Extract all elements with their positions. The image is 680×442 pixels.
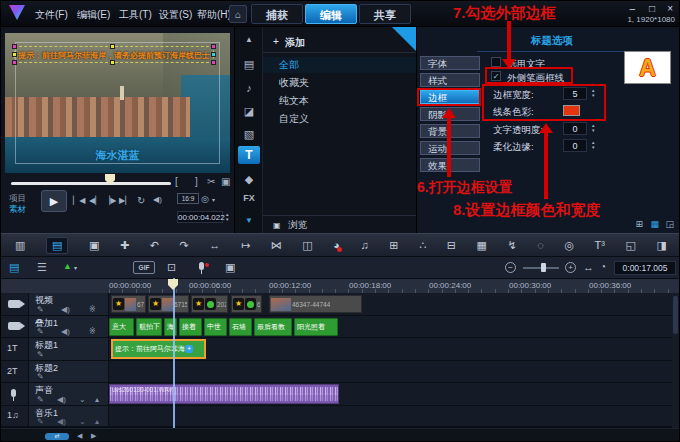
clock-icon[interactable]: ◔ xyxy=(600,262,606,272)
go-start-icon[interactable]: ▏◀ xyxy=(73,196,85,205)
add-track-caret-icon[interactable]: ▾ xyxy=(74,265,77,271)
overlay-clip[interactable]: 接着 xyxy=(179,318,202,336)
tab-capture[interactable]: 捕获 xyxy=(251,4,303,24)
track-voice-lane[interactable]: uvs260130-001.WAV xyxy=(109,383,680,405)
ripple-icon[interactable]: ※ xyxy=(89,327,96,336)
add-title-label[interactable]: 添加 xyxy=(285,36,305,50)
handle-right[interactable] xyxy=(211,52,216,57)
mix-tools-icon[interactable]: ✚ xyxy=(120,240,129,251)
timeline-view-icon[interactable]: ▤ xyxy=(46,237,68,254)
fit-timeline-icon[interactable]: ↔ xyxy=(583,262,594,273)
voiceover-mic-icon[interactable] xyxy=(199,262,204,270)
fade-out-icon[interactable]: ▴ xyxy=(95,395,99,404)
category-favorites[interactable]: 收藏夹 xyxy=(263,75,417,91)
handle-bl[interactable] xyxy=(12,60,17,65)
scroll-right-icon[interactable]: ▶ xyxy=(91,432,96,440)
pencil-icon[interactable]: ✎ xyxy=(37,395,44,404)
timecode-spinner[interactable]: ▲ ▼ xyxy=(225,212,229,223)
pan-zoom-icon[interactable]: ◨ xyxy=(657,240,667,251)
soft-edge-value[interactable]: 0 xyxy=(563,139,587,152)
duration-timecode[interactable]: 0:00:17.005 xyxy=(614,261,676,275)
video-clip[interactable]: ★202 xyxy=(191,295,228,313)
soft-edge-spinner[interactable]: ▲ ▼ xyxy=(591,140,595,151)
scrollbar-thumb[interactable] xyxy=(673,296,678,334)
track-music1-lane[interactable] xyxy=(109,406,680,426)
media-library-icon[interactable]: ▤ xyxy=(235,58,263,71)
undo-icon[interactable]: ↶ xyxy=(150,240,159,251)
mask-creator-icon[interactable]: ◌ xyxy=(537,240,544,251)
maximize-icon[interactable]: □ xyxy=(649,3,655,14)
overlay-clip[interactable]: 中世 xyxy=(204,318,227,336)
next-frame-icon[interactable]: ▕▶ xyxy=(104,196,116,205)
handle-top[interactable] xyxy=(110,44,115,49)
tab-share[interactable]: 共享 xyxy=(359,4,411,24)
selected-title-clip[interactable]: 提示：前往阿马尔菲海+ xyxy=(111,339,206,359)
motion-tracking-icon[interactable]: ↯ xyxy=(508,240,517,251)
screen-record-icon[interactable]: ⊡ xyxy=(167,262,176,273)
zoom-in-icon[interactable]: + xyxy=(565,262,576,273)
tracks-scrollbar[interactable] xyxy=(672,293,679,428)
speaker-icon[interactable]: ◀) xyxy=(61,305,70,314)
spin-down-icon[interactable]: ▼ xyxy=(591,145,595,150)
text-opacity-value[interactable]: 0 xyxy=(563,122,587,135)
pencil-icon[interactable]: ✎ xyxy=(37,350,44,359)
border-width-spinner[interactable]: ▲ ▼ xyxy=(591,88,595,99)
redo-icon[interactable]: ↷ xyxy=(180,240,189,251)
menu-help[interactable]: 帮助(H) xyxy=(197,8,231,22)
track-video-lane[interactable]: ★6720 ★6715 ★202 ★656 46347-44744 xyxy=(109,293,680,315)
text-opacity-spinner[interactable]: ▲ ▼ xyxy=(591,123,595,134)
subtitle-editor-icon[interactable]: ⊟ xyxy=(447,240,456,251)
snapshot-icon[interactable]: ▣ xyxy=(225,262,235,273)
spin-down-icon[interactable]: ▼ xyxy=(225,217,229,222)
timeline-ruler[interactable]: 00:00:00:00 00:00:06:00 00:00:12:00 00:0… xyxy=(1,278,680,293)
ripple-icon[interactable]: ※ xyxy=(89,305,96,314)
video-clip[interactable]: 46347-44744 xyxy=(269,295,362,313)
pencil-icon[interactable]: ✎ xyxy=(37,305,44,314)
transition-library-icon[interactable]: ◪ xyxy=(235,105,263,118)
category-custom[interactable]: 自定义 xyxy=(263,111,417,127)
browse-button[interactable]: ▣ 浏览 xyxy=(263,215,416,233)
3d-title-icon[interactable]: T³ xyxy=(595,240,605,251)
grid-view-icon[interactable]: ⊞ xyxy=(635,219,643,229)
fade-in-icon[interactable]: ⌄ xyxy=(79,417,86,426)
category-all[interactable]: 全部 xyxy=(263,57,417,73)
prev-frame-icon[interactable]: ◀▏ xyxy=(89,196,101,205)
zoom-caret-icon[interactable]: ▾ xyxy=(212,196,215,203)
zoom-select-icon[interactable]: ◎ xyxy=(201,194,209,204)
close-icon[interactable]: × xyxy=(667,3,673,14)
multicam-editor-icon[interactable]: ◱ xyxy=(626,240,636,251)
menu-file[interactable]: 文件(F) xyxy=(35,8,68,22)
scroll-up-icon[interactable]: ▲ xyxy=(235,35,263,44)
menu-settings[interactable]: 设置(S) xyxy=(159,8,192,22)
clip-mode-label[interactable]: 素材 xyxy=(9,204,26,216)
split-clip-icon[interactable]: ⋈ xyxy=(271,240,282,251)
pin-panel-icon[interactable] xyxy=(392,27,416,51)
tab-style[interactable]: 样式 xyxy=(420,73,480,87)
copy-icon[interactable]: ▣ xyxy=(89,240,99,251)
trim-clip-icon[interactable]: ◫ xyxy=(302,240,312,251)
track-title1-header[interactable]: 1T 标题1 ✎ xyxy=(1,338,109,360)
overlay-library-icon[interactable]: ◆ xyxy=(235,173,263,186)
split-scissors-icon[interactable]: ✂ xyxy=(207,176,215,187)
track-overlay1-header[interactable]: 叠加1 ✎ ◀) ※ xyxy=(1,316,109,337)
speaker-icon[interactable]: ◀) xyxy=(57,417,66,426)
handle-br[interactable] xyxy=(211,60,216,65)
pencil-icon[interactable]: ✎ xyxy=(37,327,44,336)
hscroll-handle[interactable]: ⇄ xyxy=(45,433,69,440)
track-film-icon[interactable]: ▤ xyxy=(9,262,19,273)
360-video-icon[interactable]: ◎ xyxy=(564,240,574,251)
speaker-icon[interactable]: ◀) xyxy=(57,395,66,404)
preview-video[interactable]: 提示：前往阿马尔菲海岸，请务必提前预订海岸线巴士票。 海水湛蓝 xyxy=(5,33,230,173)
overlay-clip[interactable]: 意大 xyxy=(109,318,134,336)
add-track-icon[interactable]: ▲ xyxy=(63,262,72,271)
subtitle-library-icon[interactable]: ▧ xyxy=(235,128,263,141)
fx-library-icon[interactable]: FX xyxy=(235,193,263,203)
overlay-clip[interactable]: 石墙 xyxy=(229,318,252,336)
menu-tools[interactable]: 工具(T) xyxy=(119,8,152,22)
enlarge-preview-icon[interactable]: ▣ xyxy=(221,176,230,187)
stroke-preview-swatch[interactable]: A xyxy=(624,51,671,84)
handle-bottom[interactable] xyxy=(110,60,115,65)
color-grading-icon[interactable]: ◕ xyxy=(333,240,340,251)
zoom-slider-thumb[interactable] xyxy=(541,263,546,272)
spin-down-icon[interactable]: ▼ xyxy=(591,93,595,98)
